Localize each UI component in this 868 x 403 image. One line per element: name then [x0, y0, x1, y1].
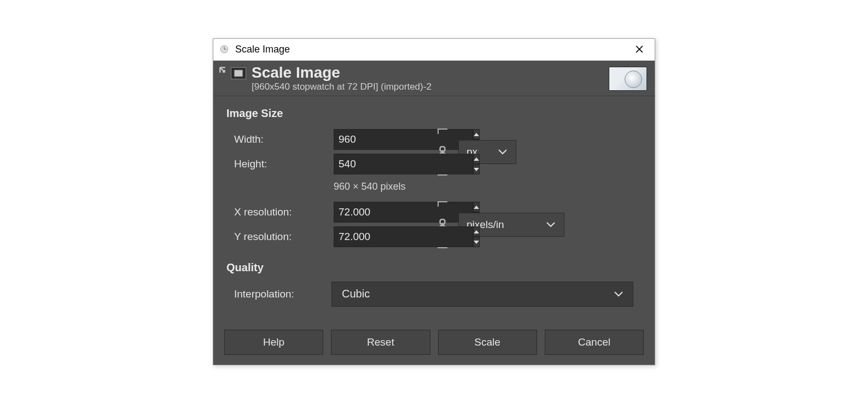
xres-spin-up[interactable]	[473, 202, 480, 212]
image-preview-thumb	[609, 67, 647, 91]
width-input-group	[334, 129, 427, 150]
xres-label: X resolution:	[226, 206, 330, 218]
scale-button[interactable]: Scale	[438, 330, 537, 355]
window-title: Scale Image	[235, 44, 290, 55]
dialog-header: Scale Image [960x540 stopwatch at 72 DPI…	[213, 61, 655, 96]
dialog-subtitle: [960x540 stopwatch at 72 DPI] (imported)…	[252, 81, 609, 92]
interpolation-dropdown[interactable]: Cubic	[331, 282, 633, 307]
width-spin-up[interactable]	[473, 129, 480, 139]
yres-input-group	[334, 226, 427, 247]
collapse-arrow-icon	[219, 66, 229, 76]
dialog-body: Scale Image [960x540 stopwatch at 72 DPI…	[213, 61, 655, 365]
chevron-down-icon	[546, 222, 555, 227]
chevron-down-icon	[498, 149, 507, 155]
height-input-group	[334, 154, 427, 174]
width-label: Width:	[226, 133, 330, 145]
xres-input-group	[334, 202, 427, 223]
app-icon	[218, 43, 231, 56]
reset-button[interactable]: Reset	[331, 330, 430, 355]
yres-input[interactable]	[334, 226, 473, 247]
height-spin-down[interactable]	[473, 164, 480, 174]
header-thumb-icon	[231, 67, 246, 79]
cancel-button[interactable]: Cancel	[545, 330, 644, 355]
dialog-title: Scale Image	[252, 65, 609, 80]
yres-spin-down[interactable]	[473, 237, 480, 247]
button-bar: Help Reset Scale Cancel	[213, 307, 655, 365]
interpolation-value: Cubic	[342, 288, 370, 300]
height-label: Height:	[226, 158, 330, 170]
height-input[interactable]	[334, 154, 473, 174]
scale-image-dialog: Scale Image Scale Image [960x540 stopwat…	[213, 38, 655, 365]
height-spin-up[interactable]	[473, 154, 480, 164]
image-size-heading: Image Size	[226, 107, 642, 120]
svg-rect-5	[234, 69, 243, 76]
quality-heading: Quality	[226, 261, 642, 274]
interpolation-label: Interpolation:	[226, 288, 322, 300]
yres-spin-up[interactable]	[473, 226, 480, 237]
close-button[interactable]	[627, 39, 651, 59]
help-button[interactable]: Help	[224, 330, 323, 355]
titlebar: Scale Image	[213, 39, 655, 61]
yres-label: Y resolution:	[226, 231, 330, 243]
pixel-size-note: 960 × 540 pixels	[334, 181, 573, 192]
chevron-down-icon	[614, 291, 623, 297]
